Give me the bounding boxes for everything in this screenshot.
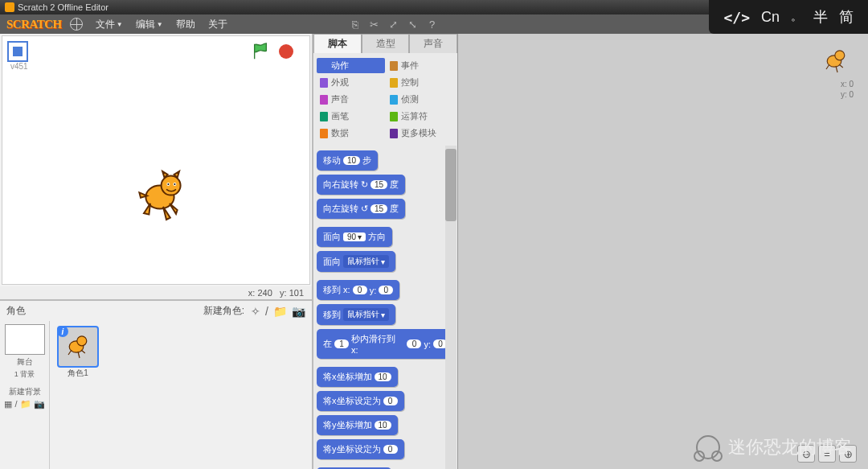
sprite-name: 角色1 [68, 368, 88, 379]
sprite-header: 角色 [6, 304, 26, 318]
block-point-to[interactable]: 面向鼠标指针▾ [317, 251, 395, 272]
ime-lang[interactable]: Cn [761, 9, 780, 26]
paint-sprite-icon[interactable]: / [265, 305, 268, 318]
svg-point-4 [167, 183, 169, 185]
category-更多模块[interactable]: 更多模块 [387, 125, 455, 141]
bg-lib-icon[interactable]: ▦ [4, 399, 12, 409]
stop-icon[interactable] [279, 44, 293, 59]
sprite-info-icon[interactable]: i [57, 326, 68, 337]
bg-paint-icon[interactable]: / [14, 399, 17, 409]
script-area[interactable]: x: 0 y: 0 ⊖ = ⊕ [458, 34, 868, 469]
menu-about[interactable]: 关于 [202, 14, 234, 35]
block-set-y[interactable]: 将y坐标设定为0 [317, 439, 404, 459]
menu-edit[interactable]: 编辑▼ [129, 14, 170, 35]
category-数据[interactable]: 数据 [317, 125, 385, 141]
block-change-x[interactable]: 将x坐标增加10 [317, 367, 398, 387]
upload-sprite-icon[interactable]: 📁 [273, 305, 287, 318]
bg-camera-icon[interactable]: 📷 [34, 399, 45, 409]
category-外观[interactable]: 外观 [317, 75, 385, 90]
stage[interactable]: v451 [2, 35, 310, 285]
main-area: v451 x: 240 y: 101 角色 新建角色: ✧ / 📁 [0, 34, 868, 469]
fullscreen-icon[interactable] [7, 41, 28, 62]
stage-thumb[interactable] [5, 324, 45, 355]
block-list: 移动10步 向右旋转↻15度 向左旋转↺15度 面向90▾方向 面向鼠标指针▾ … [313, 146, 457, 469]
center-tools: ⎘ ✂ ⤢ ⤡ ? [346, 17, 441, 31]
stage-sub: 1 背景 [14, 369, 35, 380]
category-事件[interactable]: 事件 [387, 58, 455, 73]
cut-icon[interactable]: ✂ [366, 17, 383, 31]
ime-punct[interactable]: 。 [791, 10, 802, 24]
sprite-on-stage[interactable] [131, 165, 195, 229]
block-change-y[interactable]: 将y坐标增加10 [317, 415, 398, 435]
sprite-list: i 角色1 [50, 321, 312, 469]
new-bg-label: 新建背景 [9, 386, 41, 397]
app-icon [5, 2, 14, 12]
block-categories: 动作事件外观控制声音侦测画笔运算符数据更多模块 [313, 53, 457, 146]
grow-icon[interactable]: ⤢ [385, 17, 403, 31]
stage-column: 舞台 1 背景 新建背景 ▦ / 📁 📷 [0, 321, 50, 469]
block-move[interactable]: 移动10步 [317, 150, 378, 171]
block-goto[interactable]: 移到鼠标指针▾ [317, 304, 395, 325]
ime-half[interactable]: 半 [813, 7, 828, 27]
block-point-dir[interactable]: 面向90▾方向 [317, 227, 392, 247]
tab-costumes[interactable]: 造型 [362, 34, 410, 53]
tab-sounds[interactable]: 声音 [409, 34, 457, 53]
block-turn-left[interactable]: 向左旋转↺15度 [317, 199, 405, 219]
stage-label: 舞台 [17, 356, 33, 368]
stage-coords: x: 240 y: 101 [0, 286, 312, 299]
choose-sprite-icon[interactable]: ✧ [251, 305, 260, 318]
help-icon[interactable]: ? [424, 17, 441, 31]
code-icon: </> [723, 9, 750, 26]
left-column: v451 x: 240 y: 101 角色 新建角色: ✧ / 📁 [0, 34, 313, 469]
tab-scripts[interactable]: 脚本 [313, 34, 362, 53]
category-画笔[interactable]: 画笔 [317, 109, 385, 124]
category-动作[interactable]: 动作 [317, 58, 385, 73]
block-glide[interactable]: 在1秒内滑行到 x:0y:0 [317, 329, 454, 359]
menu-file[interactable]: 文件▼ [89, 14, 129, 35]
camera-sprite-icon[interactable]: 📷 [292, 305, 305, 318]
bg-upload-icon[interactable]: 📁 [20, 399, 31, 409]
sprite-thumb[interactable]: i 角色1 [55, 326, 101, 379]
current-sprite-icon [820, 45, 852, 77]
block-palette: 脚本 造型 声音 动作事件外观控制声音侦测画笔运算符数据更多模块 移动10步 向… [313, 34, 458, 469]
tabs: 脚本 造型 声音 [313, 34, 457, 53]
watermark: 迷你恐龙的博客 [696, 435, 852, 459]
block-turn-right[interactable]: 向右旋转↻15度 [317, 175, 405, 195]
green-flag-icon[interactable] [252, 43, 269, 60]
block-set-x[interactable]: 将x坐标设定为0 [317, 391, 404, 411]
category-侦测[interactable]: 侦测 [387, 92, 455, 107]
wechat-icon [696, 435, 720, 459]
svg-point-5 [174, 183, 175, 185]
scratch-logo: SCRATCH [6, 18, 62, 31]
shrink-icon[interactable]: ⤡ [404, 17, 422, 31]
category-控制[interactable]: 控制 [387, 75, 455, 90]
language-icon[interactable] [70, 18, 83, 31]
svg-point-7 [77, 336, 87, 346]
sprite-xy: x: 0 y: 0 [841, 79, 854, 100]
new-sprite-label: 新建角色: [203, 304, 244, 318]
category-声音[interactable]: 声音 [317, 92, 385, 107]
sprite-panel: 角色 新建角色: ✧ / 📁 📷 舞台 1 背景 新建背景 ▦ [0, 299, 312, 469]
stamp-icon[interactable]: ⎘ [346, 17, 364, 31]
menu-help[interactable]: 帮助 [170, 14, 202, 35]
ime-bar: </> Cn 。 半 简 [709, 0, 868, 34]
ime-trad[interactable]: 简 [839, 7, 854, 27]
svg-point-9 [835, 51, 845, 60]
palette-scrollbar[interactable] [445, 146, 457, 469]
project-name: v451 [10, 62, 28, 71]
block-goto-xy[interactable]: 移到 x:0y:0 [317, 280, 399, 300]
category-运算符[interactable]: 运算符 [387, 109, 455, 124]
watermark-text: 迷你恐龙的博客 [728, 435, 852, 459]
window-title: Scratch 2 Offline Editor [18, 2, 108, 12]
